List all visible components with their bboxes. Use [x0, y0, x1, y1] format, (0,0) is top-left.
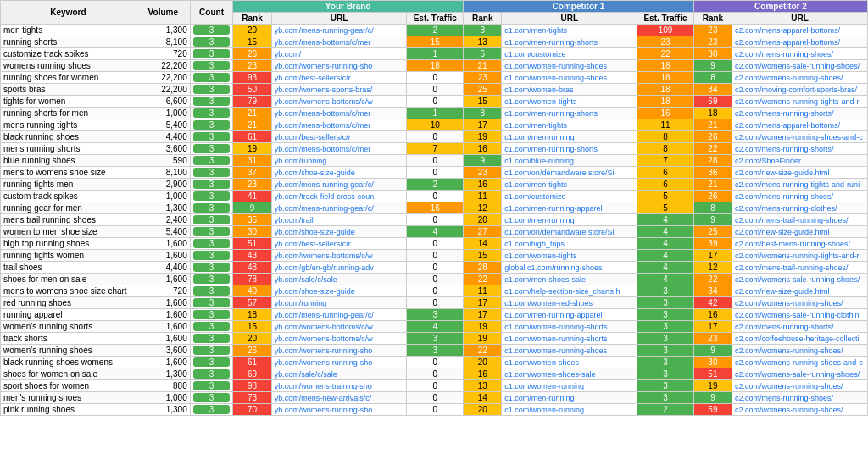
c2-url-cell[interactable]: c2.com/mens-running-shorts/: [732, 143, 868, 155]
c1-url-cell[interactable]: c1.com/men-running: [502, 392, 637, 404]
c2-url-cell[interactable]: c2.com/mens-running-shorts/: [732, 321, 868, 333]
c1-url-cell[interactable]: c1.com/men-tights: [502, 25, 637, 36]
c1-url-cell[interactable]: c1.com/women-shoes-sale: [502, 368, 637, 380]
c2-url-cell[interactable]: c2.com/womens-running-shoes/: [732, 345, 868, 357]
c2-url-cell[interactable]: c2.com/mens-apparel-bottoms/: [732, 119, 868, 131]
c1-url-cell[interactable]: c1.com/women-running: [502, 404, 637, 416]
c1-url-cell[interactable]: c1.com/women-running-shorts: [502, 333, 637, 345]
c2-url-cell[interactable]: c2.com/mens-running-tights-and-runi: [732, 179, 868, 191]
yb-url-cell[interactable]: yb.com/track-field-cross-coun: [271, 191, 407, 202]
c2-url-cell[interactable]: c2.com/womens-running-shoes/: [732, 404, 868, 416]
c2-url-cell[interactable]: c2.com/womens-sale-running-shoes/: [732, 274, 868, 285]
c1-url-cell[interactable]: c1.com/customize: [502, 191, 637, 202]
yb-url-cell[interactable]: yb.com/womens-running-sho: [271, 60, 407, 72]
yb-url-cell[interactable]: yb.com/best-sellers/c/r: [271, 72, 407, 84]
c1-url-cell[interactable]: c1.com/blue-running: [502, 155, 637, 167]
yb-url-cell[interactable]: yb.com/womens-bottoms/c/w: [271, 96, 407, 108]
c1-url-cell[interactable]: c1.com/men-running-apparel: [502, 202, 637, 214]
yb-url-cell[interactable]: yb.com/best-sellers/c/r: [271, 238, 407, 250]
c1-url-cell[interactable]: c1.com/women-running-shoes: [502, 60, 637, 72]
c2-url-cell[interactable]: c2.com/mens-apparel-bottoms/: [732, 36, 868, 48]
yb-url-cell[interactable]: yb.com/running: [271, 297, 407, 309]
c2-url-cell[interactable]: c2.com/new-size-guide.html: [732, 167, 868, 179]
c1-url-cell[interactable]: c1.com/women-bras: [502, 84, 637, 96]
c2-url-cell[interactable]: c2.com/womens-sale-running-clothin: [732, 309, 868, 321]
yb-url-cell[interactable]: yb.com/trail: [271, 214, 407, 226]
yb-url-cell[interactable]: yb.com/womens-running-sho: [271, 345, 407, 357]
c1-url-cell[interactable]: c1.com/on/demandware.store/Si: [502, 226, 637, 238]
yb-url-cell[interactable]: yb.com/womens-bottoms/c/w: [271, 321, 407, 333]
c2-url-cell[interactable]: c2.com/womens-sale-running-shoes/: [732, 60, 868, 72]
c2-url-cell[interactable]: c2.com/womens-running-shoes/: [732, 380, 868, 392]
yb-url-cell[interactable]: yb.com/gb/en-gb/running-adv: [271, 262, 407, 274]
c1-url-cell[interactable]: c1.com/men-running-shorts: [502, 36, 637, 48]
c2-url-cell[interactable]: c2.com/ShoeFinder: [732, 155, 868, 167]
c1-url-cell[interactable]: c1.com/men-shoes-sale: [502, 274, 637, 285]
c2-url-cell[interactable]: c2.com/mens-running-shoes/: [732, 191, 868, 202]
yb-url-cell[interactable]: yb.com/sale/c/sale: [271, 274, 407, 285]
c2-url-cell[interactable]: c2.com/mens-apparel-bottoms/: [732, 25, 868, 36]
c1-url-cell[interactable]: c1.com/men-tights: [502, 119, 637, 131]
c1-url-cell[interactable]: c1.com/men-running: [502, 214, 637, 226]
c2-url-cell[interactable]: c2.com/womens-running-tights-and-r: [732, 96, 868, 108]
yb-url-cell[interactable]: yb.com/mens-bottoms/c/mer: [271, 108, 407, 119]
c2-url-cell[interactable]: c2.com/new-size-guide.html: [732, 285, 868, 297]
c1-url-cell[interactable]: c1.com/women-running-shorts: [502, 321, 637, 333]
c1-url-cell[interactable]: c1.com/men-running-apparel: [502, 309, 637, 321]
yb-url-cell[interactable]: yb.com/womens-training-sho: [271, 380, 407, 392]
c1-url-cell[interactable]: c1.com/women-tights: [502, 250, 637, 262]
c1-url-cell[interactable]: c1.com/customize: [502, 48, 637, 60]
c2-url-cell[interactable]: c2.com/new-size-guide.html: [732, 226, 868, 238]
yb-url-cell[interactable]: yb.com/shoe-size-guide: [271, 226, 407, 238]
c2-url-cell[interactable]: c2.com/mens-running-shoes/: [732, 392, 868, 404]
yb-url-cell[interactable]: yb.com/mens-bottoms/c/mer: [271, 143, 407, 155]
c1-url-cell[interactable]: c1.com/on/demandware.store/Si: [502, 167, 637, 179]
yb-url-cell[interactable]: yb.com/mens-bottoms/c/mer: [271, 119, 407, 131]
c2-url-cell[interactable]: c2.com/moving-comfort-sports-bras/: [732, 84, 868, 96]
c1-url-cell[interactable]: c1.com/women-tights: [502, 96, 637, 108]
c1-url-cell[interactable]: global.c1.com/running-shoes: [502, 262, 637, 274]
c1-url-cell[interactable]: c1.com/men-running-shorts: [502, 143, 637, 155]
yb-url-cell[interactable]: yb.com/shoe-size-guide: [271, 167, 407, 179]
c2-url-cell[interactable]: c2.com/womens-running-shoes/: [732, 72, 868, 84]
yb-url-cell[interactable]: yb.com/womens-bottoms/c/w: [271, 250, 407, 262]
col-header-count[interactable]: Count: [190, 1, 233, 25]
col-header-volume[interactable]: Volume: [136, 1, 190, 25]
c2-url-cell[interactable]: c2.com/womens-running-shoes-and-c: [732, 131, 868, 143]
yb-url-cell[interactable]: yb.com/womens-sports-bras/: [271, 84, 407, 96]
yb-url-cell[interactable]: yb.com/running: [271, 155, 407, 167]
c2-url-cell[interactable]: c2.com/mens-trail-running-shoes/: [732, 214, 868, 226]
c2-url-cell[interactable]: c2.com/womens-running-shoes/: [732, 297, 868, 309]
c2-url-cell[interactable]: c2.com/best-mens-running-shoes/: [732, 238, 868, 250]
yb-url-cell[interactable]: yb.com/womens-bottoms/c/w: [271, 333, 407, 345]
c1-url-cell[interactable]: c1.com/help-section-size_charts.h: [502, 285, 637, 297]
c1-url-cell[interactable]: c1.com/women-red-shoes: [502, 297, 637, 309]
yb-url-cell[interactable]: yb.com/womens-running-sho: [271, 404, 407, 416]
yb-url-cell[interactable]: yb.com/: [271, 48, 407, 60]
c2-url-cell[interactable]: c2.com/womens-running-tights-and-r: [732, 250, 868, 262]
c2-url-cell[interactable]: c2.com/womens-running-shoes-and-c: [732, 357, 868, 368]
c1-url-cell[interactable]: c1.com/women-running-shoes: [502, 345, 637, 357]
c1-url-cell[interactable]: c1.com/women-running: [502, 380, 637, 392]
yb-url-cell[interactable]: yb.com/mens-running-gear/c/: [271, 179, 407, 191]
c1-url-cell[interactable]: c1.com/men-tights: [502, 179, 637, 191]
yb-url-cell[interactable]: yb.com/mens-running-gear/c/: [271, 309, 407, 321]
c1-url-cell[interactable]: c1.com/women-shoes: [502, 357, 637, 368]
c1-url-cell[interactable]: c1.com/high_tops: [502, 238, 637, 250]
yb-url-cell[interactable]: yb.com/womens-running-sho: [271, 357, 407, 368]
yb-url-cell[interactable]: yb.com/shoe-size-guide: [271, 285, 407, 297]
yb-url-cell[interactable]: yb.com/mens-running-gear/c/: [271, 25, 407, 36]
c2-url-cell[interactable]: c2.com/womens-sale-running-shoes/: [732, 368, 868, 380]
yb-url-cell[interactable]: yb.com/mens-running-gear/c/: [271, 202, 407, 214]
c2-url-cell[interactable]: c2.com/coffeehouse-heritage-collecti: [732, 333, 868, 345]
c2-url-cell[interactable]: c2.com/mens-running-shorts/: [732, 108, 868, 119]
c1-url-cell[interactable]: c1.com/women-running-shoes: [502, 72, 637, 84]
col-header-keyword[interactable]: Keyword: [1, 1, 136, 25]
c2-url-cell[interactable]: c2.com/mens-running-shoes/: [732, 48, 868, 60]
c1-url-cell[interactable]: c1.com/men-running-shorts: [502, 108, 637, 119]
yb-url-cell[interactable]: yb.com/mens-bottoms/c/mer: [271, 36, 407, 48]
c2-url-cell[interactable]: c2.com/mens-trail-running-shoes/: [732, 262, 868, 274]
yb-url-cell[interactable]: yb.com/mens-new-arrivals/c/: [271, 392, 407, 404]
yb-url-cell[interactable]: yb.com/sale/c/sale: [271, 368, 407, 380]
yb-url-cell[interactable]: yb.com/best-sellers/c/r: [271, 131, 407, 143]
